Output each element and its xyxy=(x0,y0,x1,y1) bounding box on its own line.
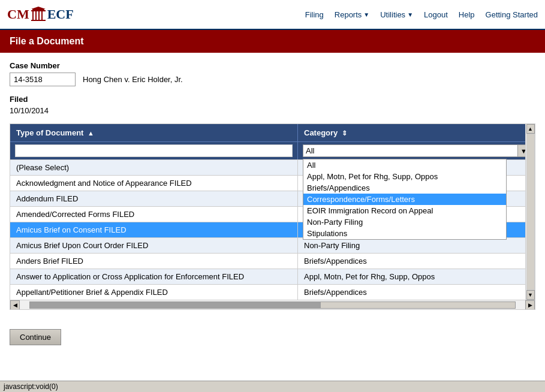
dd-item-stipulations[interactable]: Stipulations xyxy=(303,228,506,239)
filed-label: Filed xyxy=(10,95,535,104)
nav-reports-dropdown[interactable]: Reports ▼ xyxy=(335,10,369,19)
dd-item-correspondence[interactable]: Correspondence/Forms/Letters xyxy=(303,194,506,205)
status-bar: javascript:void(0) xyxy=(0,381,545,392)
logo-icon xyxy=(30,7,47,22)
row-type-2: Addendum FILED xyxy=(10,191,298,206)
dd-item-eoir[interactable]: EOIR Immigration Record on Appeal xyxy=(303,205,506,216)
sort-type-arrow[interactable]: ▲ xyxy=(88,129,94,137)
category-selected-value: All xyxy=(306,146,314,155)
table-row[interactable]: Anders Brief FILED Briefs/Appendices xyxy=(10,253,535,269)
table-row[interactable]: Appellant/Petitioner Brief & Appendix FI… xyxy=(10,284,535,300)
svg-rect-0 xyxy=(31,10,46,11)
category-dropdown-wrapper: All ▼ All Appl, Motn, Pet for Rhg, Supp,… xyxy=(303,144,530,157)
search-col-type xyxy=(10,142,298,159)
col-category-label: Category xyxy=(304,128,338,137)
col-type-label: Type of Document xyxy=(16,128,83,137)
row-type-7: Answer to Application or Cross Applicati… xyxy=(10,269,298,284)
scroll-track-v xyxy=(526,134,535,290)
scroll-down-btn[interactable]: ▼ xyxy=(526,290,535,300)
main-content: File a Document Case Number Hong Chen v.… xyxy=(0,30,545,358)
case-number-row: Hong Chen v. Eric Holder, Jr. xyxy=(10,73,535,86)
row-category-7: Appl, Motn, Pet for Rhg, Supp, Oppos xyxy=(298,269,535,284)
dd-item-briefs[interactable]: Briefs/Appendices xyxy=(303,182,506,194)
dd-item-appl[interactable]: Appl, Motn, Pet for Rhg, Supp, Oppos xyxy=(303,171,506,182)
scroll-track[interactable] xyxy=(29,301,516,309)
continue-button[interactable]: Continue xyxy=(10,329,61,345)
search-row: All ▼ All Appl, Motn, Pet for Rhg, Supp,… xyxy=(10,141,535,159)
row-type-4: Amicus Brief on Consent FILED xyxy=(10,222,298,237)
utilities-dropdown-arrow: ▼ xyxy=(407,11,413,18)
logo-cm: CM xyxy=(7,7,29,22)
type-search-input[interactable] xyxy=(15,144,293,157)
nav-help[interactable]: Help xyxy=(459,10,475,19)
col-category-header: Category ⇕ xyxy=(298,124,535,141)
status-text: javascript:void(0) xyxy=(4,382,58,391)
form-area: Case Number Hong Chen v. Eric Holder, Jr… xyxy=(0,53,545,358)
scroll-thumb xyxy=(30,302,321,308)
filed-date: 10/10/2014 xyxy=(10,106,535,115)
nav-utilities-dropdown[interactable]: Utilities ▼ xyxy=(380,10,413,19)
nav-getting-started[interactable]: Getting Started xyxy=(486,10,538,19)
page-header: File a Document xyxy=(0,30,545,53)
category-dropdown-list: All Appl, Motn, Pet for Rhg, Supp, Oppos… xyxy=(303,159,507,240)
category-dropdown-selected[interactable]: All xyxy=(303,144,518,157)
svg-rect-3 xyxy=(38,11,40,20)
logo: CM ECF xyxy=(7,7,74,22)
row-category-5: Non-Party Filing xyxy=(298,238,535,253)
dd-item-all[interactable]: All xyxy=(303,159,506,171)
scroll-up-btn[interactable]: ▲ xyxy=(526,124,535,134)
svg-rect-5 xyxy=(31,20,46,21)
vertical-scrollbar[interactable]: ▲ ▼ xyxy=(525,124,535,300)
row-type-6: Anders Brief FILED xyxy=(10,254,298,269)
row-category-8: Briefs/Appendices xyxy=(298,285,535,300)
horizontal-scrollbar[interactable]: ◀ ▶ xyxy=(10,300,535,309)
filed-section: Filed 10/10/2014 xyxy=(10,95,535,115)
case-number-label: Case Number xyxy=(10,61,535,70)
page-title: File a Document xyxy=(10,36,84,46)
row-category-6: Briefs/Appendices xyxy=(298,254,535,269)
case-name: Hong Chen v. Eric Holder, Jr. xyxy=(83,75,183,84)
logo-ecf: ECF xyxy=(47,7,74,22)
sort-category-arrow[interactable]: ⇕ xyxy=(342,129,347,137)
row-type-1: Acknowledgment and Notice of Appearance … xyxy=(10,176,298,191)
svg-marker-7 xyxy=(31,7,46,9)
dd-item-nonparty[interactable]: Non-Party Filing xyxy=(303,216,506,228)
reports-dropdown-arrow: ▼ xyxy=(363,11,369,18)
nav-logout[interactable]: Logout xyxy=(424,10,448,19)
button-area: Continue xyxy=(10,319,535,350)
main-nav: Filing Reports ▼ Utilities ▼ Logout Help… xyxy=(305,10,538,19)
table-row[interactable]: Answer to Application or Cross Applicati… xyxy=(10,269,535,284)
row-type-3: Amended/Corrected Forms FILED xyxy=(10,207,298,222)
scroll-right-btn[interactable]: ▶ xyxy=(525,300,535,310)
svg-rect-2 xyxy=(35,11,37,20)
nav-filing[interactable]: Filing xyxy=(305,10,324,19)
svg-rect-1 xyxy=(32,11,34,20)
row-type-8: Appellant/Petitioner Brief & Appendix FI… xyxy=(10,285,298,300)
search-col-category: All ▼ All Appl, Motn, Pet for Rhg, Supp,… xyxy=(298,142,535,159)
col-type-header: Type of Document ▲ xyxy=(10,124,298,141)
document-type-table: Type of Document ▲ Category ⇕ All xyxy=(10,123,535,310)
row-type-0: (Please Select) xyxy=(10,160,298,175)
svg-rect-4 xyxy=(41,11,43,20)
scroll-left-btn[interactable]: ◀ xyxy=(10,300,20,310)
top-navigation: CM ECF Filing Reports ▼ Utilities ▼ Logo… xyxy=(0,0,545,30)
case-number-input[interactable] xyxy=(10,73,76,86)
row-type-5: Amicus Brief Upon Court Order FILED xyxy=(10,238,298,253)
table-header-row: Type of Document ▲ Category ⇕ xyxy=(10,124,535,141)
